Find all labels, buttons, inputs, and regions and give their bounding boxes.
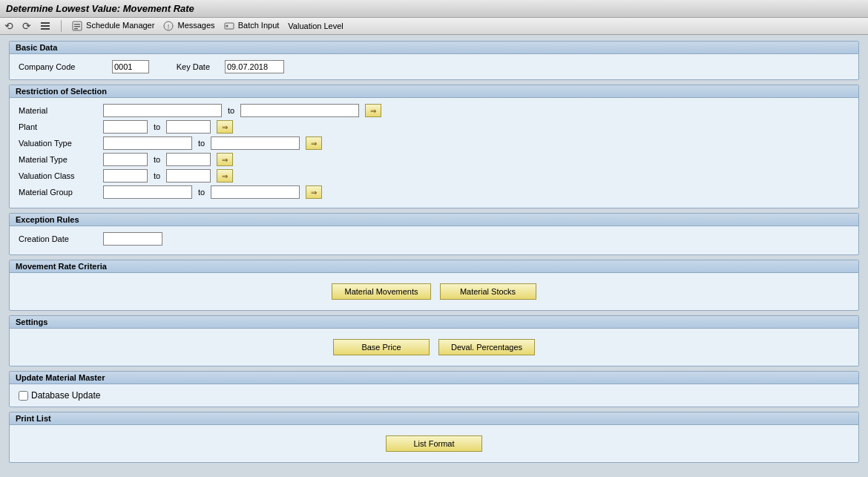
deval-percentages-btn[interactable]: Deval. Percentages xyxy=(438,339,535,355)
messages-btn[interactable]: ! Messages xyxy=(163,21,214,31)
toolbar: ⟲ ⟳ Schedule Manager ! Messages Batch In… xyxy=(0,18,868,35)
valuation-class-to-label: to xyxy=(154,171,160,180)
material-type-label: Material Type xyxy=(19,155,100,164)
update-material-header: Update Material Master xyxy=(10,372,858,384)
basic-data-body: Company Code Key Date xyxy=(10,54,858,79)
update-material-section: Update Material Master Database Update xyxy=(9,371,859,407)
print-list-body: List Format xyxy=(10,425,858,462)
valuation-type-to-input[interactable] xyxy=(211,136,300,150)
company-code-input[interactable] xyxy=(112,60,149,73)
movement-rate-header: Movement Rate Criteria xyxy=(10,260,858,273)
creation-date-row: Creation Date xyxy=(19,232,849,246)
plant-arrow-btn[interactable]: ⇒ xyxy=(217,120,233,134)
print-list-btn-row: List Format xyxy=(19,431,849,456)
material-to-label: to xyxy=(228,106,234,115)
material-group-to-input[interactable] xyxy=(211,185,300,199)
database-update-checkbox[interactable] xyxy=(19,391,28,401)
plant-row: Plant to ⇒ xyxy=(19,120,849,134)
valuation-type-arrow-btn[interactable]: ⇒ xyxy=(306,136,322,150)
restriction-body: Material to ⇒ Plant to ⇒ Valuation Type … xyxy=(10,98,858,208)
forward-icon[interactable]: ⟳ xyxy=(22,20,31,32)
material-group-label: Material Group xyxy=(19,188,100,197)
svg-rect-5 xyxy=(74,26,80,27)
valuation-type-from-input[interactable] xyxy=(103,136,192,150)
material-arrow-btn[interactable]: ⇒ xyxy=(365,104,381,117)
movement-rate-btn-row: Material Movements Material Stocks xyxy=(19,279,849,304)
basic-data-row: Company Code Key Date xyxy=(19,60,849,73)
svg-rect-4 xyxy=(74,24,80,25)
valuation-type-to-label: to xyxy=(198,139,205,148)
valuation-type-label: Valuation Type xyxy=(19,139,100,148)
svg-rect-0 xyxy=(41,22,50,24)
movement-rate-body: Material Movements Material Stocks xyxy=(10,273,858,310)
material-movements-btn[interactable]: Material Movements xyxy=(332,283,430,300)
basic-data-section: Basic Data Company Code Key Date xyxy=(9,41,859,80)
database-update-row: Database Update xyxy=(19,390,849,401)
valuation-class-label: Valuation Class xyxy=(19,171,100,180)
creation-date-label: Creation Date xyxy=(19,234,100,243)
material-row: Material to ⇒ xyxy=(19,104,849,117)
menu-icon[interactable] xyxy=(40,21,50,31)
material-type-from-input[interactable] xyxy=(103,153,148,166)
svg-text:!: ! xyxy=(168,23,170,30)
exception-rules-body: Creation Date xyxy=(10,226,858,254)
valuation-class-to-input[interactable] xyxy=(166,169,211,182)
print-list-section: Print List List Format xyxy=(9,412,859,463)
material-group-from-input[interactable] xyxy=(103,185,192,199)
toolbar-separator-1 xyxy=(61,20,62,32)
key-date-label: Key Date xyxy=(161,62,213,71)
exception-rules-header: Exception Rules xyxy=(10,214,858,226)
page-title: Determine Lowest Value: Movement Rate xyxy=(6,3,194,14)
basic-data-header: Basic Data xyxy=(10,42,858,54)
settings-section: Settings Base Price Deval. Percentages xyxy=(9,315,859,366)
material-group-row: Material Group to ⇒ xyxy=(19,185,849,199)
main-content: Basic Data Company Code Key Date Restric… xyxy=(0,35,868,469)
valuation-class-arrow-btn[interactable]: ⇒ xyxy=(217,169,233,182)
settings-body: Base Price Deval. Percentages xyxy=(10,329,858,366)
batch-input-btn[interactable]: Batch Input xyxy=(224,21,280,31)
back-icon[interactable]: ⟲ xyxy=(4,20,13,32)
title-bar: Determine Lowest Value: Movement Rate xyxy=(0,0,868,18)
plant-label: Plant xyxy=(19,122,100,131)
settings-header: Settings xyxy=(10,316,858,329)
database-update-label: Database Update xyxy=(31,390,100,401)
material-type-to-input[interactable] xyxy=(166,153,211,166)
material-from-input[interactable] xyxy=(103,104,222,117)
valuation-level-btn[interactable]: Valuation Level xyxy=(288,22,343,30)
valuation-type-row: Valuation Type to ⇒ xyxy=(19,136,849,150)
plant-from-input[interactable] xyxy=(103,120,148,134)
material-group-to-label: to xyxy=(198,188,205,197)
print-list-header: Print List xyxy=(10,412,858,425)
update-material-body: Database Update xyxy=(10,384,858,407)
company-code-label: Company Code xyxy=(19,62,100,71)
material-type-arrow-btn[interactable]: ⇒ xyxy=(217,153,233,166)
svg-rect-1 xyxy=(41,25,50,27)
svg-point-10 xyxy=(226,25,228,27)
material-type-row: Material Type to ⇒ xyxy=(19,153,849,166)
valuation-class-from-input[interactable] xyxy=(103,169,148,182)
creation-date-input[interactable] xyxy=(103,232,162,246)
schedule-manager-btn[interactable]: Schedule Manager xyxy=(72,21,154,31)
plant-to-label: to xyxy=(154,122,160,131)
plant-to-input[interactable] xyxy=(166,120,211,134)
material-to-input[interactable] xyxy=(240,104,359,117)
exception-rules-section: Exception Rules Creation Date xyxy=(9,213,859,255)
settings-btn-row: Base Price Deval. Percentages xyxy=(19,335,849,360)
material-type-to-label: to xyxy=(154,155,160,164)
restriction-section: Restriction of Selection Material to ⇒ P… xyxy=(9,85,859,208)
material-group-arrow-btn[interactable]: ⇒ xyxy=(306,185,322,199)
list-format-btn[interactable]: List Format xyxy=(386,435,482,452)
svg-rect-6 xyxy=(74,28,78,30)
material-stocks-btn[interactable]: Material Stocks xyxy=(440,283,536,300)
movement-rate-section: Movement Rate Criteria Material Movement… xyxy=(9,260,859,311)
valuation-class-row: Valuation Class to ⇒ xyxy=(19,169,849,182)
material-label: Material xyxy=(19,106,100,115)
key-date-input[interactable] xyxy=(225,60,284,73)
base-price-btn[interactable]: Base Price xyxy=(333,339,430,355)
restriction-header: Restriction of Selection xyxy=(10,85,858,98)
svg-rect-2 xyxy=(41,28,50,30)
